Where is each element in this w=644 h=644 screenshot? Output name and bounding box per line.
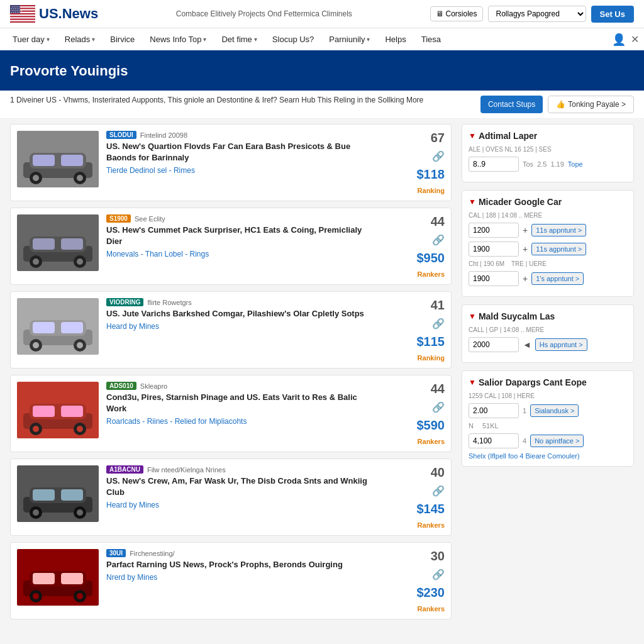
appt-button[interactable]: 1's appntunt >	[531, 272, 584, 285]
listing-price: $590	[417, 418, 445, 433]
plus-icon[interactable]: ◄	[523, 340, 531, 350]
plus-icon[interactable]: +	[523, 274, 528, 284]
listing-source: Firchenestiing/	[130, 550, 175, 557]
listing-source: flirte Rowetgrs	[147, 299, 191, 306]
set-us-button[interactable]: Set Us	[591, 6, 634, 23]
svg-point-29	[77, 258, 83, 265]
flag-icon: ★★★★★★ ★★★★★ ★★★★★★ ★★★★★	[10, 5, 35, 23]
listing-body: SLODUI Fintelind 20098 US. New's Quartio…	[106, 131, 374, 175]
console-button[interactable]: 🖥 Corsioles	[430, 6, 483, 21]
nav-item-detfime[interactable]: Det fime ▾	[214, 28, 264, 50]
rank-label: Ranking	[418, 187, 445, 194]
listing-card: SLODUI Fintelind 20098 US. New's Quartio…	[10, 124, 452, 201]
sidebar-label: Tos	[523, 160, 533, 168]
breadcrumb-actions: Contact Stups 👍 Tonking Payale >	[480, 96, 634, 113]
sidebar-card-title: ▼ Mald Suycalm Las	[469, 311, 627, 321]
sidebar-input[interactable]	[469, 223, 519, 238]
sidebar-val2: 1.19	[550, 160, 564, 168]
badge-row: ADS010 Skleapro	[106, 382, 374, 390]
listing-badge: A1BACNU	[106, 465, 143, 474]
sidebar-input[interactable]	[469, 337, 519, 352]
listing-meta: 30 🔗 $230 Rankers	[382, 549, 445, 613]
listing-link[interactable]: Roarlcads - Riines - Relied for Mipliaco…	[106, 417, 247, 426]
triangle-icon: ▼	[469, 131, 476, 140]
region-dropdown[interactable]: Rollagys Papogred	[488, 6, 586, 22]
listing-meta: 44 🔗 $590 Rankers	[382, 382, 445, 445]
svg-rect-15	[33, 155, 55, 166]
car-image	[17, 214, 99, 271]
listing-title: Cond3u, Pires, Starnish Pinage and US. E…	[106, 392, 374, 414]
listing-link[interactable]: Tierde Dedinol sel - Rimes	[106, 166, 195, 175]
share-icon: 🔗	[432, 401, 445, 413]
appt-button[interactable]: No apintface >	[530, 435, 584, 447]
svg-point-37	[33, 342, 39, 348]
sidebar-input[interactable]	[469, 271, 519, 286]
tonking-button[interactable]: 👍 Tonking Payale >	[548, 96, 634, 113]
account-icon[interactable]: 👤	[612, 33, 626, 47]
listing-card: 30UI Firchenestiing/ Parfact Rarning US …	[10, 542, 452, 619]
sidebar-card-title: ▼ Adtimal Laper	[469, 131, 627, 141]
appt-button[interactable]: 11s agpntunt >	[531, 243, 586, 255]
share-icon: 🔗	[432, 569, 445, 580]
listing-link[interactable]: Nrerd by Mines	[106, 573, 157, 582]
rank-label: Rankers	[418, 270, 445, 278]
svg-rect-25	[61, 238, 83, 250]
listing-price: $230	[417, 586, 445, 600]
listing-title: US. Hew's Cummet Pack Surpriser, HC1 Eat…	[106, 225, 374, 247]
sidebar-input[interactable]	[469, 403, 519, 418]
nav-item-parniunily[interactable]: Parniunily ▾	[321, 28, 377, 50]
svg-rect-4	[10, 14, 35, 16]
badge-row: SLODUI Fintelind 20098	[106, 131, 374, 139]
rank-label: Rankers	[418, 605, 445, 613]
svg-point-19	[33, 175, 39, 181]
rank-number: 44	[431, 382, 445, 396]
svg-rect-5	[10, 17, 35, 18]
appt-button[interactable]: 11s appntunt >	[531, 224, 586, 236]
triangle-icon: ▼	[469, 378, 476, 387]
share-icon: 🔗	[432, 234, 445, 246]
sidebar-card-salior: ▼ Salior Dapargs Cant Eope 1259 CAL | 10…	[462, 370, 634, 467]
nav-item-newsinfotop[interactable]: News Info Top ▾	[142, 28, 214, 50]
svg-rect-6	[10, 20, 35, 21]
rank-number: 67	[431, 131, 445, 145]
sidebar-footer-link[interactable]: Shelx (Iflpell foo 4 Bieare Comouler)	[469, 452, 627, 460]
listings-section: SLODUI Fintelind 20098 US. New's Quartio…	[0, 124, 462, 626]
svg-point-56	[77, 509, 83, 516]
nav-item-tuesday[interactable]: Tuer day ▾	[5, 28, 57, 50]
sidebar-input[interactable]	[469, 242, 519, 257]
sidebar-card-mald: ▼ Mald Suycalm Las CALL | GP | 14:08 .. …	[462, 304, 634, 363]
plus-icon[interactable]: +	[523, 244, 528, 254]
listing-body: VIODRING flirte Rowetgrs US. Jute Varich…	[106, 298, 374, 331]
chevron-down-icon: ▾	[47, 36, 50, 43]
sidebar-val: 2.5	[537, 160, 547, 168]
listing-source: Fintelind 20098	[140, 131, 187, 139]
nav-item-slocup[interactable]: Slocup Us?	[265, 28, 321, 50]
plus-icon[interactable]: +	[523, 225, 528, 235]
contact-button[interactable]: Contact Stups	[480, 96, 543, 113]
listing-badge: SLODUI	[106, 131, 136, 139]
sidebar-row: ◄ Hs appntunt >	[469, 337, 627, 352]
listing-link[interactable]: Heard by Mines	[106, 501, 159, 509]
sidebar-input[interactable]	[469, 433, 519, 448]
nav-item-helps[interactable]: Helps	[377, 28, 413, 50]
listing-title: US. New's Crew, Am, Far Wask Ur, The Dis…	[106, 475, 374, 498]
nav-item-birvice[interactable]: Birvice	[103, 28, 142, 50]
listing-badge: VIODRING	[106, 298, 143, 306]
rank-number: 44	[431, 214, 445, 229]
nav-item-tiesa[interactable]: Tiesa	[414, 28, 448, 50]
sidebar-row: + 1's appntunt >	[469, 271, 627, 286]
listing-link[interactable]: Monevals - Than Lobel - Rings	[106, 250, 209, 258]
nav-item-relads[interactable]: Relads ▾	[57, 28, 103, 50]
car-image	[17, 131, 99, 187]
sidebar-cols: CALL | GP | 14:08 .. MERE	[469, 326, 627, 333]
appt-button[interactable]: Sialandusk >	[530, 404, 579, 417]
listing-title: US. New's Quartion Flovds Far Can Eara B…	[106, 141, 374, 164]
listing-link[interactable]: Heard by Mines	[106, 322, 159, 331]
close-icon[interactable]: ✕	[631, 33, 639, 45]
svg-rect-16	[61, 155, 83, 166]
svg-rect-60	[33, 573, 55, 584]
triangle-icon: ▼	[469, 312, 476, 321]
sidebar-input[interactable]	[469, 157, 519, 172]
hero-banner: Provorte Youingis	[0, 52, 644, 91]
appt-button[interactable]: Hs appntunt >	[535, 338, 587, 351]
